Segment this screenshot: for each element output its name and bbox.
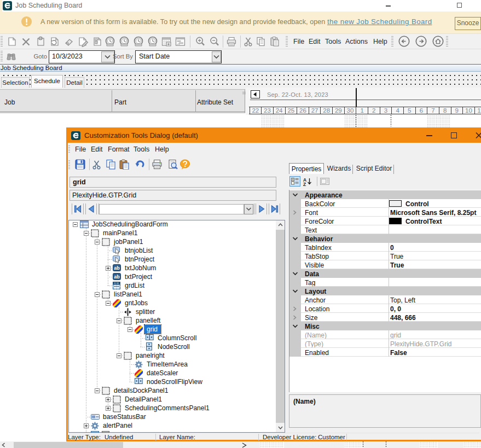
svg-text:ab: ab xyxy=(114,265,120,271)
svg-text:ab: ab xyxy=(114,274,120,280)
svg-text:Z: Z xyxy=(303,182,306,187)
